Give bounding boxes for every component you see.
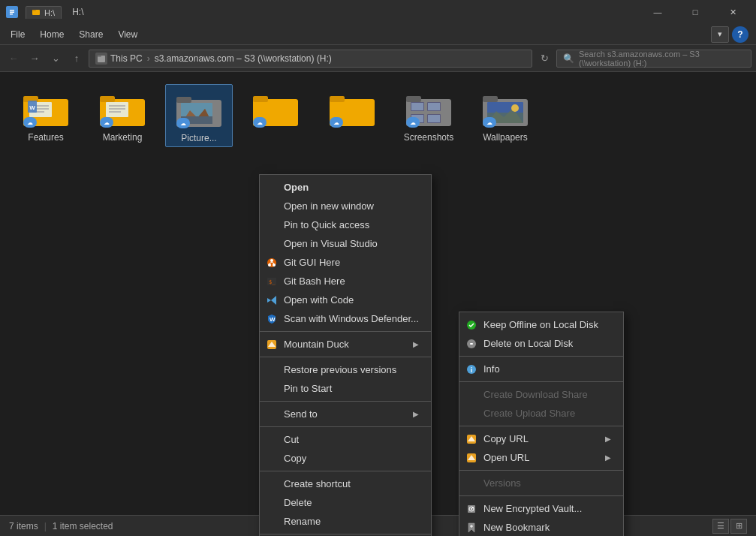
open-url-arrow-icon: ▶	[605, 453, 611, 462]
cloud-badge-features: ☁	[23, 117, 37, 128]
ctx-pin-quick-access[interactable]: Pin to Quick access	[260, 215, 431, 234]
details-view-button[interactable]: ☰	[712, 519, 729, 534]
svg-rect-38	[411, 103, 423, 110]
bookmark-icon	[465, 522, 477, 534]
large-icons-view-button[interactable]: ⊞	[730, 519, 747, 534]
ctx-restore-versions[interactable]: Restore previous versions	[260, 360, 431, 379]
git-gui-icon	[266, 257, 278, 269]
menu-file[interactable]: File	[3, 26, 32, 43]
folder-wallpapers[interactable]: ☁ Wallpapers	[471, 84, 539, 147]
svg-marker-57	[271, 296, 276, 305]
ctx-git-bash[interactable]: $_ Git Bash Here	[260, 272, 431, 291]
ctx-copy[interactable]: Copy	[260, 449, 431, 468]
ctx-open-visual-studio[interactable]: Open in Visual Studio	[260, 234, 431, 253]
folder-label-pictures: Picture...	[181, 133, 216, 143]
folder-marketing[interactable]: ☁ Marketing	[89, 84, 156, 147]
mountain-duck-icon	[266, 339, 278, 351]
sub-sep2	[459, 381, 623, 382]
cloud-badge-wallpapers: ☁	[483, 117, 496, 128]
sub-delete-local[interactable]: Delete on Local Disk	[459, 334, 623, 353]
folder-features[interactable]: W ☁ Features	[12, 84, 80, 147]
nav-up-button[interactable]: ↑	[68, 50, 86, 68]
cloud-badge-plain1: ☁	[253, 117, 267, 128]
nav-forward-button[interactable]: →	[26, 50, 44, 68]
folder-plain2[interactable]: ☁	[318, 84, 386, 147]
title-path: H:\	[72, 7, 636, 17]
app-icon	[6, 6, 18, 18]
sub-keep-offline[interactable]: Keep Offline on Local Disk	[459, 315, 623, 334]
sub-new-bookmark[interactable]: New Bookmark	[459, 518, 623, 536]
folder-icon-plain2: ☁	[328, 87, 376, 129]
svg-point-47	[511, 104, 519, 112]
mountain-duck-submenu: Keep Offline on Local Disk Delete on Loc…	[459, 312, 624, 536]
folder-screenshots[interactable]: ☁ Screenshots	[395, 84, 462, 147]
path-segment: s3.amazonaws.com – S3 (\\workstation) (H…	[155, 53, 332, 64]
ctx-send-to[interactable]: Send to ▶	[260, 405, 431, 423]
copy-url-arrow-icon: ▶	[605, 435, 611, 443]
svg-text:W: W	[270, 316, 276, 323]
sub-create-download: Create Download Share	[459, 385, 623, 404]
view-buttons: ☰ ⊞	[712, 519, 747, 534]
nav-back-button[interactable]: ←	[5, 50, 23, 68]
svg-rect-3	[10, 14, 13, 15]
maximize-button[interactable]: □	[678, 0, 712, 24]
svg-rect-29	[253, 96, 268, 102]
cloud-badge-marketing: ☁	[100, 117, 113, 128]
sub-copy-url[interactable]: Copy URL ▶	[459, 429, 623, 448]
ctx-open[interactable]: Open	[260, 178, 431, 197]
close-button[interactable]: ✕	[715, 0, 750, 24]
ctx-rename[interactable]: Rename	[260, 512, 431, 531]
search-box[interactable]: 🔍 Search s3.amazonaws.com – S3 (\\workst…	[556, 50, 751, 68]
folder-icon-features: W ☁	[22, 87, 70, 129]
path-text: This PC	[110, 53, 143, 64]
help-button[interactable]: ?	[732, 26, 748, 43]
ctx-open-new-window[interactable]: Open in new window	[260, 197, 431, 215]
title-tabs: H:\	[26, 6, 62, 19]
selection-count: 1 item selected	[53, 521, 113, 531]
ctx-cut[interactable]: Cut	[260, 430, 431, 449]
send-to-arrow-icon: ▶	[413, 410, 419, 418]
ctx-git-gui[interactable]: Git GUI Here	[260, 253, 431, 272]
svg-text:$_: $_	[269, 279, 276, 285]
folder-plain1[interactable]: ☁	[242, 84, 309, 147]
menu-view[interactable]: View	[110, 26, 145, 43]
folder-pictures[interactable]: ☁ Picture...	[165, 84, 233, 147]
svg-marker-56	[267, 298, 271, 303]
ctx-create-shortcut[interactable]: Create shortcut	[260, 474, 431, 493]
folder-icon-pictures: ☁	[175, 88, 223, 130]
ctx-scan-defender[interactable]: W Scan with Windows Defender...	[260, 309, 431, 328]
sub-sep4	[459, 470, 623, 471]
title-bar: H:\ H:\ — □ ✕	[0, 0, 756, 24]
minimize-button[interactable]: —	[640, 0, 675, 24]
vault-icon	[465, 503, 477, 515]
svg-point-51	[273, 263, 276, 266]
ctx-sep3	[260, 401, 431, 402]
search-icon: 🔍	[563, 53, 574, 64]
menu-share[interactable]: Share	[71, 26, 110, 43]
ctx-delete[interactable]: Delete	[260, 493, 431, 512]
refresh-button[interactable]: ↻	[535, 50, 553, 68]
nav-recent-button[interactable]: ⌄	[47, 50, 65, 68]
svg-rect-41	[428, 115, 440, 122]
mountain-arrow-icon: ▶	[413, 340, 419, 348]
title-tab[interactable]: H:\	[26, 6, 62, 19]
address-path-field[interactable]: This PC › s3.amazonaws.com – S3 (\\works…	[89, 50, 532, 68]
menu-expand-button[interactable]: ▾	[711, 26, 729, 43]
sub-open-url[interactable]: Open URL ▶	[459, 448, 623, 467]
ctx-sep5	[260, 471, 431, 471]
open-url-icon	[465, 452, 477, 464]
sub-sep5	[459, 495, 623, 496]
sub-new-vault[interactable]: New Encrypted Vault...	[459, 499, 623, 518]
svg-point-49	[270, 259, 273, 262]
svg-text:i: i	[471, 366, 473, 374]
svg-rect-39	[428, 103, 440, 110]
ctx-mountain-duck[interactable]: Mountain Duck ▶	[260, 335, 431, 354]
sub-info[interactable]: i Info	[459, 360, 623, 378]
ctx-open-vscode[interactable]: Open with Code	[260, 291, 431, 309]
ctx-pin-start[interactable]: Pin to Start	[260, 379, 431, 398]
ctx-sep4	[260, 426, 431, 427]
menu-home[interactable]: Home	[32, 26, 71, 43]
item-count: 7 items	[9, 521, 38, 531]
svg-rect-63	[470, 343, 473, 345]
defender-icon: W	[266, 313, 278, 325]
